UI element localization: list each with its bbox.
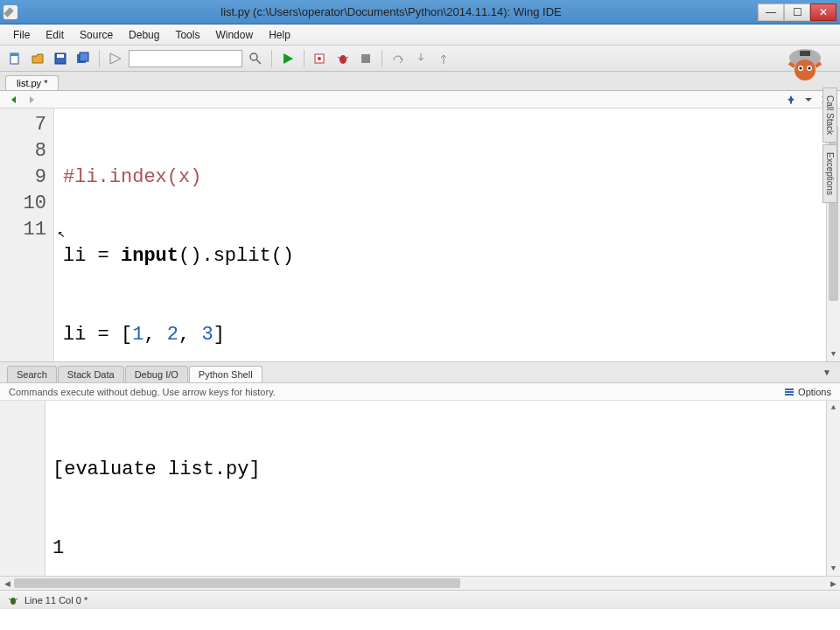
menu-window[interactable]: Window — [207, 26, 261, 44]
file-tabs: list.py * — [0, 72, 840, 91]
tool-tabs: Search Stack Data Debug I/O Python Shell… — [0, 362, 840, 383]
options-icon — [784, 387, 794, 397]
toolbar — [0, 46, 840, 72]
app-icon — [4, 5, 18, 19]
shell-body[interactable]: [evaluate list.py] 1 Traceback (most rec… — [46, 401, 840, 576]
tool-menu-icon[interactable]: ▼ — [822, 368, 831, 377]
code-area[interactable]: #li.index(x) li = input().split() li = [… — [54, 108, 840, 361]
code-editor[interactable]: 7 8 9 10 11 #li.index(x) li = input().sp… — [0, 108, 840, 362]
search-icon[interactable] — [246, 49, 265, 68]
scroll-thumb[interactable] — [14, 578, 460, 588]
svg-rect-1 — [10, 53, 18, 56]
line-number: 10 — [4, 191, 46, 217]
open-file-icon[interactable] — [28, 49, 47, 68]
minimize-button[interactable]: — — [758, 4, 784, 21]
menu-debug[interactable]: Debug — [121, 26, 167, 44]
svg-line-7 — [256, 60, 261, 64]
svg-rect-13 — [361, 54, 370, 63]
wing-logo-icon — [779, 42, 831, 86]
status-bug-icon — [7, 594, 19, 606]
line-number: 11 — [4, 217, 46, 243]
titlebar: list.py (c:\Users\operator\Documents\Pyt… — [0, 0, 840, 24]
svg-rect-24 — [785, 391, 794, 393]
nav-back-icon[interactable] — [7, 93, 21, 107]
svg-rect-3 — [57, 54, 64, 58]
menu-source[interactable]: Source — [72, 26, 121, 44]
options-label: Options — [798, 387, 831, 397]
step-out-icon[interactable] — [434, 49, 453, 68]
statusbar: Line 11 Col 0 * — [0, 590, 840, 609]
line-number: 8 — [4, 138, 46, 164]
stop-icon[interactable] — [356, 49, 375, 68]
shell-info-bar: Commands execute without debug. Use arro… — [0, 383, 840, 401]
debug-bug-icon[interactable] — [333, 49, 353, 68]
shell-options-button[interactable]: Options — [784, 387, 831, 397]
menu-help[interactable]: Help — [261, 26, 298, 44]
line-gutter: 7 8 9 10 11 — [0, 108, 54, 361]
shell-hint: Commands execute without debug. Use arro… — [9, 387, 276, 397]
window-title: list.py (c:\Users\operator\Documents\Pyt… — [24, 5, 758, 18]
pin-icon[interactable] — [784, 93, 798, 107]
menu-dropdown-icon[interactable] — [802, 93, 816, 107]
save-all-icon[interactable] — [74, 49, 93, 68]
svg-point-26 — [10, 598, 16, 605]
scroll-left-icon[interactable]: ◀ — [0, 577, 14, 591]
shell-line: 1 — [52, 536, 833, 562]
svg-rect-25 — [785, 394, 794, 396]
line-number: 9 — [4, 164, 46, 191]
shell-line: [evaluate list.py] — [52, 457, 833, 483]
run-icon[interactable] — [278, 49, 298, 68]
svg-point-10 — [340, 55, 346, 64]
line-number: 7 — [4, 112, 46, 138]
scroll-up-icon[interactable]: ▲ — [827, 401, 840, 415]
menu-file[interactable]: File — [5, 26, 38, 44]
svg-rect-17 — [800, 51, 810, 56]
close-button[interactable]: ✕ — [810, 4, 836, 21]
svg-point-22 — [808, 67, 811, 70]
nav-forward-icon[interactable] — [24, 93, 38, 107]
side-tab-exceptions[interactable]: Exceptions — [822, 144, 837, 203]
menubar: File Edit Source Debug Tools Window Help — [0, 24, 840, 46]
search-input[interactable] — [129, 50, 242, 67]
tab-python-shell[interactable]: Python Shell — [189, 366, 262, 382]
file-tab-active[interactable]: list.py * — [5, 75, 59, 90]
scroll-down-icon[interactable]: ▼ — [827, 347, 840, 361]
side-tab-callstack[interactable]: Call Stack — [822, 88, 837, 143]
python-shell[interactable]: [evaluate list.py] 1 Traceback (most rec… — [0, 401, 840, 576]
svg-point-18 — [794, 60, 816, 80]
code-text: #li.index(x) — [63, 166, 201, 188]
step-into-icon[interactable] — [411, 49, 430, 68]
menu-edit[interactable]: Edit — [38, 26, 72, 44]
debug-start-icon[interactable] — [311, 49, 330, 68]
svg-rect-5 — [80, 52, 88, 61]
shell-vscrollbar[interactable]: ▲ ▼ — [826, 401, 840, 576]
menu-tools[interactable]: Tools — [167, 26, 207, 44]
scroll-down-icon[interactable]: ▼ — [827, 562, 840, 576]
scroll-right-icon[interactable]: ▶ — [826, 577, 840, 591]
svg-rect-23 — [785, 388, 794, 390]
tab-stack-data[interactable]: Stack Data — [58, 366, 124, 382]
side-tabs: Call Stack Exceptions — [822, 88, 840, 205]
svg-point-6 — [250, 53, 257, 60]
new-file-icon[interactable] — [5, 49, 24, 68]
maximize-button[interactable]: ☐ — [784, 4, 810, 21]
status-text: Line 11 Col 0 * — [24, 595, 88, 606]
tab-search[interactable]: Search — [7, 366, 57, 382]
shell-gutter — [0, 401, 46, 576]
mouse-cursor-icon: ↖ — [58, 220, 65, 247]
svg-point-21 — [800, 67, 802, 70]
step-over-icon[interactable] — [388, 49, 408, 68]
goto-icon[interactable] — [106, 49, 125, 68]
tab-debug-io[interactable]: Debug I/O — [125, 366, 188, 382]
shell-hscrollbar[interactable]: ◀ ▶ — [0, 576, 840, 590]
svg-point-9 — [318, 57, 321, 60]
save-icon[interactable] — [51, 49, 70, 68]
editor-nav — [0, 91, 840, 108]
